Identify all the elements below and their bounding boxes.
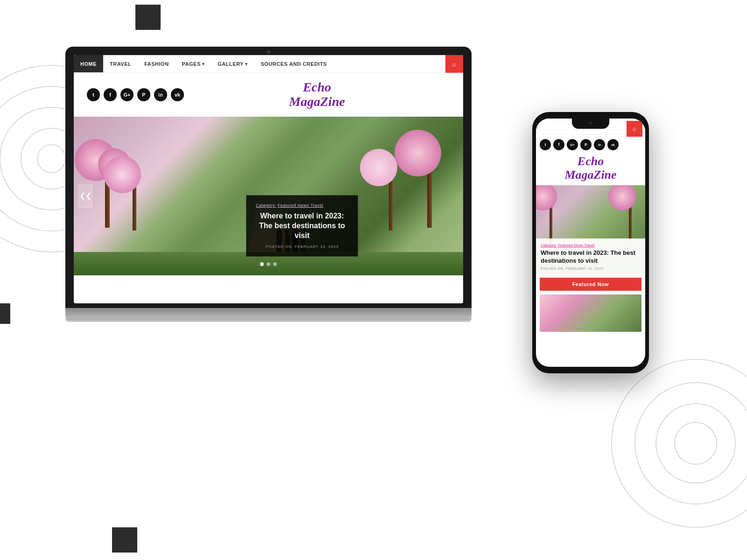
nav-item-sources[interactable]: SOURCES AND CREDITS: [254, 55, 333, 72]
logo-line2: MagaZine: [184, 95, 450, 109]
phone-search-icon: ⌕: [633, 125, 636, 132]
phone-social-instagram[interactable]: in: [594, 139, 605, 150]
hero-article-card[interactable]: Category: Featured News Travel Where to …: [246, 195, 358, 256]
slide-dots: [260, 262, 277, 266]
logo-line1: Echo: [184, 80, 450, 95]
phone-notch: [572, 119, 609, 129]
laptop-nav: HOME TRAVEL FASHION PAGES ▾ GALLERY ▾ SO…: [74, 55, 463, 73]
card-category: Category: Featured News Travel: [256, 203, 348, 208]
card-title: Where to travel in 2023: The best destin…: [256, 211, 348, 240]
phone-social-facebook[interactable]: f: [553, 139, 564, 150]
slide-dot-2[interactable]: [267, 262, 270, 266]
phone-social-vk[interactable]: vk: [607, 139, 619, 150]
phone-card-date: POSTED ON: FEBRUARY 13, 2023: [541, 267, 641, 270]
tree-left-2: [120, 184, 148, 231]
laptop-social-icons: t f G+ P in vk: [87, 88, 184, 101]
laptop-logo: Echo MagaZine: [184, 80, 450, 109]
tree-right-1: [416, 167, 444, 228]
nav-item-home[interactable]: HOME: [74, 55, 103, 72]
gallery-arrow-icon: ▾: [245, 62, 248, 66]
phone-camera: [589, 121, 592, 125]
tree-right-2: [377, 179, 405, 231]
laptop-camera: [267, 50, 270, 54]
social-facebook[interactable]: f: [104, 88, 117, 101]
phone-tree-right: [621, 206, 640, 243]
phone-social-pinterest[interactable]: P: [580, 139, 592, 150]
social-vk[interactable]: vk: [171, 88, 184, 101]
phone-social-icons: t f G+ P in vk: [536, 134, 645, 153]
social-googleplus[interactable]: G+: [120, 88, 134, 101]
nav-search-button[interactable]: ⌕: [445, 55, 463, 73]
nav-item-gallery[interactable]: GALLERY ▾: [211, 55, 254, 72]
laptop-body: HOME TRAVEL FASHION PAGES ▾ GALLERY ▾ SO…: [65, 47, 472, 308]
nav-item-travel[interactable]: TRAVEL: [103, 55, 138, 72]
social-instagram[interactable]: in: [154, 88, 167, 101]
slide-dot-3[interactable]: [273, 262, 277, 266]
phone-logo-line2: MagaZine: [564, 168, 616, 182]
phone-tree-left: [542, 206, 560, 243]
phone-article-card[interactable]: Category: Featured News Travel Where to …: [536, 238, 645, 274]
laptop-device: HOME TRAVEL FASHION PAGES ▾ GALLERY ▾ SO…: [65, 47, 472, 336]
pages-arrow-icon: ▾: [202, 62, 205, 66]
phone-screen: ⌕ t f G+ P in vk Echo MagaZine: [536, 119, 645, 367]
phone-hero: Category: Featured News Travel Where to …: [536, 185, 645, 274]
phone-social-googleplus[interactable]: G+: [567, 139, 578, 150]
laptop-base: [65, 308, 472, 318]
phone-thumbnail: [540, 294, 641, 332]
phone-card-title: Where to travel in 2023: The best destin…: [541, 249, 641, 265]
slide-dot-1[interactable]: [260, 262, 264, 266]
laptop-header: t f G+ P in vk Echo MagaZine: [74, 73, 463, 117]
phone-logo-line1: Echo: [578, 154, 604, 168]
social-twitter[interactable]: t: [87, 88, 100, 101]
phone-social-twitter[interactable]: t: [540, 139, 551, 150]
laptop-foot: [65, 318, 472, 322]
phone-featured-button[interactable]: Featured Now: [540, 278, 641, 291]
slide-prev-button[interactable]: ❮❮: [78, 184, 92, 208]
phone-logo: Echo MagaZine: [536, 153, 645, 185]
nav-item-pages[interactable]: PAGES ▾: [176, 55, 211, 72]
card-date: POSTED ON: FEBRUARY 13, 2023: [256, 245, 348, 249]
phone-search-button[interactable]: ⌕: [627, 121, 642, 137]
search-icon: ⌕: [452, 60, 456, 68]
phone-card-category: Category: Featured News Travel: [541, 243, 641, 247]
social-pinterest[interactable]: P: [137, 88, 150, 101]
laptop-hero: ❮❮ Category: Featured News Travel Where …: [74, 117, 463, 275]
laptop-screen: HOME TRAVEL FASHION PAGES ▾ GALLERY ▾ SO…: [74, 55, 463, 303]
nav-item-fashion[interactable]: FASHION: [138, 55, 175, 72]
phone-device: ⌕ t f G+ P in vk Echo MagaZine: [532, 112, 649, 373]
scene: HOME TRAVEL FASHION PAGES ▾ GALLERY ▾ SO…: [0, 0, 747, 560]
